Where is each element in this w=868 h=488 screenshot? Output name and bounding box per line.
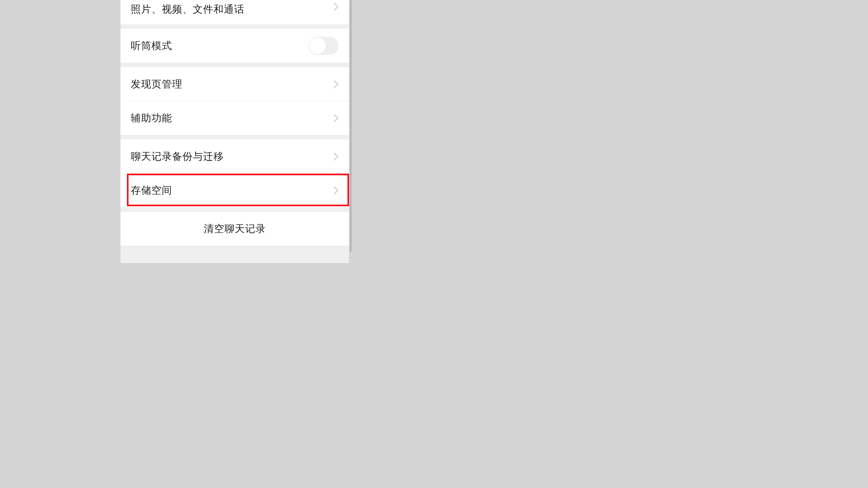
settings-item-clear-history[interactable]: 清空聊天记录 xyxy=(120,212,349,246)
settings-list: 照片、视频、文件和通话 听筒模式 发现页管理 xyxy=(120,0,349,263)
item-label: 照片、视频、文件和通话 xyxy=(131,3,244,16)
settings-group: 发现页管理 辅助功能 xyxy=(120,67,349,135)
settings-item-discover[interactable]: 发现页管理 xyxy=(120,67,349,101)
settings-group: 聊天记录备份与迁移 存储空间 xyxy=(120,139,349,207)
toggle-switch[interactable] xyxy=(308,37,339,55)
item-label: 聊天记录备份与迁移 xyxy=(131,150,224,163)
scrollbar[interactable] xyxy=(350,0,352,252)
bottom-spacer xyxy=(120,250,349,263)
settings-group: 听筒模式 xyxy=(120,29,349,63)
settings-item-accessibility[interactable]: 辅助功能 xyxy=(120,101,349,135)
item-label: 存储空间 xyxy=(131,184,172,197)
toggle-knob xyxy=(309,37,326,54)
item-label: 发现页管理 xyxy=(131,77,182,91)
settings-group: 清空聊天记录 xyxy=(120,212,349,246)
settings-item-earpiece[interactable]: 听筒模式 xyxy=(120,29,349,63)
item-label: 清空聊天记录 xyxy=(204,222,266,236)
settings-item-media[interactable]: 照片、视频、文件和通话 xyxy=(120,0,349,24)
item-label: 辅助功能 xyxy=(131,111,172,125)
chevron-right-icon xyxy=(334,186,339,195)
settings-screen: 照片、视频、文件和通话 听筒模式 发现页管理 xyxy=(120,0,349,263)
item-label: 听筒模式 xyxy=(131,39,172,53)
chevron-right-icon xyxy=(334,3,339,11)
chevron-right-icon xyxy=(334,114,339,122)
settings-group: 照片、视频、文件和通话 xyxy=(120,0,349,24)
settings-item-storage[interactable]: 存储空间 xyxy=(120,173,349,207)
chevron-right-icon xyxy=(334,80,339,89)
chevron-right-icon xyxy=(334,152,339,161)
settings-item-backup[interactable]: 聊天记录备份与迁移 xyxy=(120,139,349,173)
